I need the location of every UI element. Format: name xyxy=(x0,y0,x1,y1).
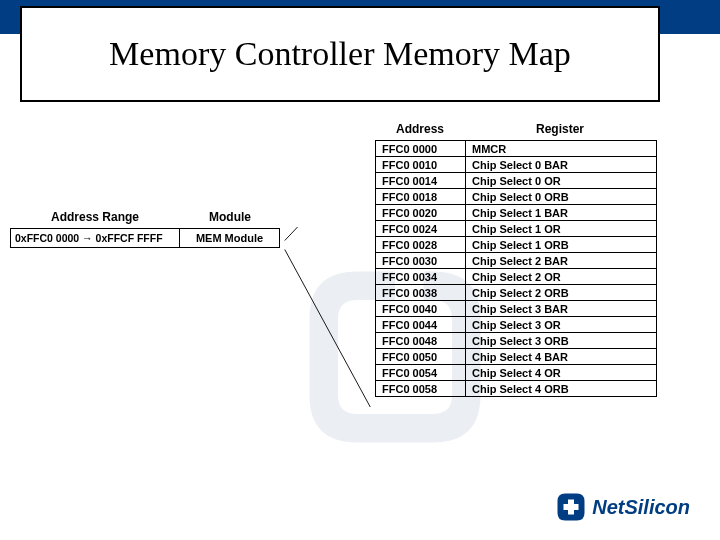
cell-address: FFC0 0028 xyxy=(376,237,466,253)
cell-register: Chip Select 0 BAR xyxy=(466,157,656,173)
cell-address: FFC0 0054 xyxy=(376,365,466,381)
cell-address: FFC0 0020 xyxy=(376,205,466,221)
cell-register: Chip Select 1 ORB xyxy=(466,237,656,253)
table-row: FFC0 0038Chip Select 2 ORB xyxy=(376,285,656,301)
cell-address: FFC0 0018 xyxy=(376,189,466,205)
svg-rect-5 xyxy=(564,504,579,510)
cell-address: FFC0 0000 xyxy=(376,141,466,157)
cell-address: FFC0 0040 xyxy=(376,301,466,317)
cell-address-range: 0xFFC0 0000 → 0xFFCF FFFF xyxy=(10,228,180,248)
cell-register: Chip Select 0 OR xyxy=(466,173,656,189)
table-row: FFC0 0014Chip Select 0 OR xyxy=(376,173,656,189)
svg-line-2 xyxy=(285,227,371,241)
cell-register: Chip Select 4 ORB xyxy=(466,381,656,396)
table-row: FFC0 0040Chip Select 3 BAR xyxy=(376,301,656,317)
table-row: FFC0 0050Chip Select 4 BAR xyxy=(376,349,656,365)
table-row: FFC0 0018Chip Select 0 ORB xyxy=(376,189,656,205)
cell-address: FFC0 0024 xyxy=(376,221,466,237)
table-row: FFC0 0010Chip Select 0 BAR xyxy=(376,157,656,173)
cell-address: FFC0 0014 xyxy=(376,173,466,189)
table-row: FFC0 0058Chip Select 4 ORB xyxy=(376,381,656,396)
cell-address: FFC0 0050 xyxy=(376,349,466,365)
logo-icon xyxy=(556,492,586,522)
header-address: Address xyxy=(375,122,465,136)
table-row: FFC0 0034Chip Select 2 OR xyxy=(376,269,656,285)
cell-register: Chip Select 2 BAR xyxy=(466,253,656,269)
header-register: Register xyxy=(465,122,655,136)
cell-register: Chip Select 3 OR xyxy=(466,317,656,333)
table-row: FFC0 0000MMCR xyxy=(376,141,656,157)
cell-register: MMCR xyxy=(466,141,656,157)
brand-logo: NetSilicon xyxy=(556,492,690,522)
cell-register: Chip Select 3 BAR xyxy=(466,301,656,317)
cell-register: Chip Select 2 OR xyxy=(466,269,656,285)
table-row: FFC0 0048Chip Select 3 ORB xyxy=(376,333,656,349)
cell-address: FFC0 0034 xyxy=(376,269,466,285)
cell-register: Chip Select 4 OR xyxy=(466,365,656,381)
right-header-row: Address Register xyxy=(375,122,657,136)
cell-register: Chip Select 1 OR xyxy=(466,221,656,237)
title-text: Memory Controller Memory Map xyxy=(109,35,571,73)
cell-register: Chip Select 4 BAR xyxy=(466,349,656,365)
table-row: FFC0 0028Chip Select 1 ORB xyxy=(376,237,656,253)
table-row: FFC0 0044Chip Select 3 OR xyxy=(376,317,656,333)
cell-register: Chip Select 1 BAR xyxy=(466,205,656,221)
header-address-range: Address Range xyxy=(10,210,180,224)
cell-module: MEM Module xyxy=(180,228,280,248)
cell-address: FFC0 0030 xyxy=(376,253,466,269)
table-row: FFC0 0024Chip Select 1 OR xyxy=(376,221,656,237)
cell-address: FFC0 0010 xyxy=(376,157,466,173)
cell-register: Chip Select 3 ORB xyxy=(466,333,656,349)
table-row: FFC0 0030Chip Select 2 BAR xyxy=(376,253,656,269)
svg-line-3 xyxy=(285,250,371,408)
cell-register: Chip Select 0 ORB xyxy=(466,189,656,205)
cell-address: FFC0 0058 xyxy=(376,381,466,396)
logo-text: NetSilicon xyxy=(592,496,690,519)
cell-address: FFC0 0038 xyxy=(376,285,466,301)
content-area: Address Range Module 0xFFC0 0000 → 0xFFC… xyxy=(0,122,720,502)
cell-address: FFC0 0048 xyxy=(376,333,466,349)
header-module: Module xyxy=(180,210,280,224)
table-row: FFC0 0020Chip Select 1 BAR xyxy=(376,205,656,221)
register-table: Address Register FFC0 0000MMCRFFC0 0010C… xyxy=(375,122,657,397)
left-header-row: Address Range Module xyxy=(10,210,280,224)
table-row: FFC0 0054Chip Select 4 OR xyxy=(376,365,656,381)
table-row: 0xFFC0 0000 → 0xFFCF FFFFMEM Module xyxy=(10,228,280,248)
connector-lines xyxy=(280,227,375,407)
cell-address: FFC0 0044 xyxy=(376,317,466,333)
cell-register: Chip Select 2 ORB xyxy=(466,285,656,301)
slide-title: Memory Controller Memory Map xyxy=(20,6,660,102)
address-range-table: Address Range Module 0xFFC0 0000 → 0xFFC… xyxy=(10,210,280,248)
